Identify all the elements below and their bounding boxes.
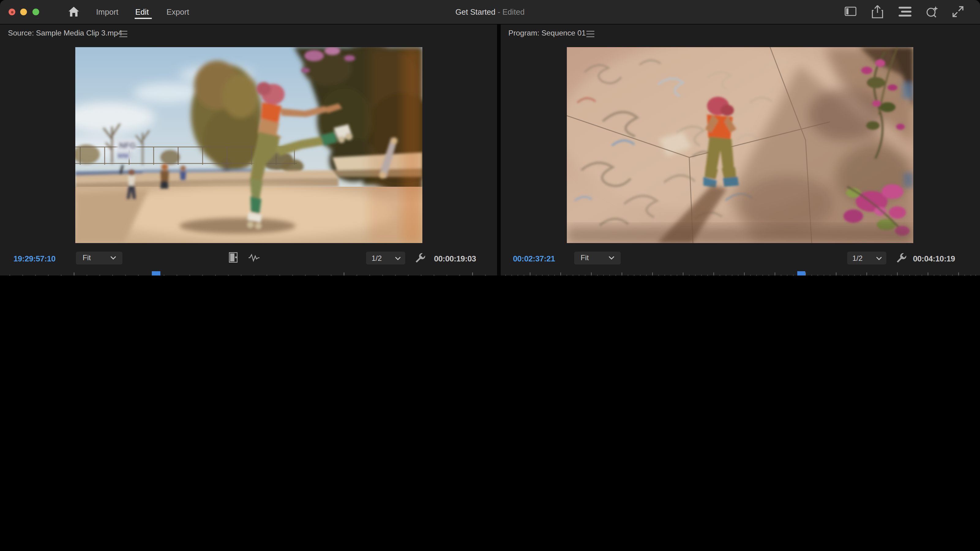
svg-text:NFG: NFG	[119, 140, 136, 150]
svg-text:WM: WM	[118, 152, 129, 159]
